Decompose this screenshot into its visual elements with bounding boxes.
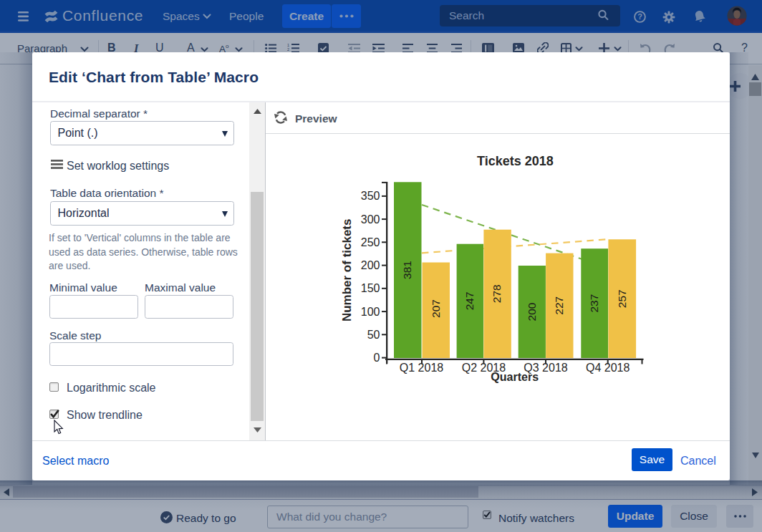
svg-text:250: 250 xyxy=(361,236,380,248)
svg-text:350: 350 xyxy=(361,190,380,202)
svg-text:257: 257 xyxy=(616,289,628,308)
svg-text:Q1 2018: Q1 2018 xyxy=(400,362,443,374)
svg-text:Quarters: Quarters xyxy=(491,371,539,383)
svg-text:100: 100 xyxy=(361,306,380,318)
svg-text:Number of tickets: Number of tickets xyxy=(340,219,354,322)
svg-text:200: 200 xyxy=(361,259,380,271)
svg-text:150: 150 xyxy=(361,282,380,294)
svg-text:278: 278 xyxy=(491,284,503,303)
svg-text:300: 300 xyxy=(361,213,380,226)
svg-text:50: 50 xyxy=(367,329,380,341)
svg-text:381: 381 xyxy=(401,261,413,279)
svg-text:Tickets 2018: Tickets 2018 xyxy=(477,154,554,168)
svg-text:247: 247 xyxy=(463,291,476,310)
svg-text:0: 0 xyxy=(374,352,380,364)
svg-text:Q4 2018: Q4 2018 xyxy=(586,362,630,374)
svg-text:227: 227 xyxy=(553,296,565,315)
svg-text:207: 207 xyxy=(430,299,442,318)
svg-text:237: 237 xyxy=(588,294,600,313)
svg-text:200: 200 xyxy=(526,302,538,321)
